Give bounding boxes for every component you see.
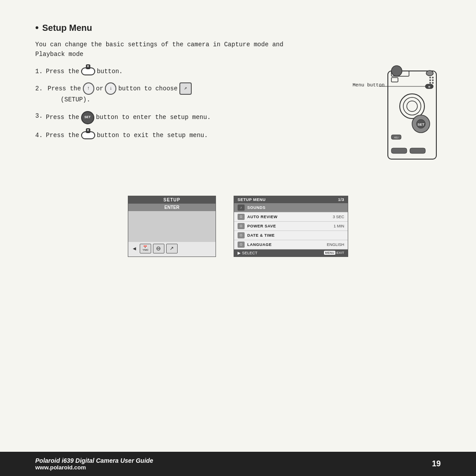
- step-3-text-after: button to enter the setup menu.: [96, 112, 211, 122]
- dlg-header: SETUP: [128, 196, 216, 204]
- instructions: 1. Press the button. 2. Press the ↑ or ↓…: [35, 67, 344, 146]
- down-arrow-icon: ↓: [105, 82, 116, 95]
- select-label: SELECT: [242, 251, 257, 255]
- step-2: 2. Press the ↑ or ↓ button to choose ↗ (…: [35, 82, 344, 104]
- dr-header-left: SETUP MENU: [238, 197, 266, 202]
- dlg-enter: ENTER: [128, 204, 216, 211]
- dr-footer-select: ▶ SELECT: [238, 251, 257, 255]
- select-arrow: ▶: [238, 251, 241, 255]
- setup-choice-icon: ↗: [179, 82, 192, 95]
- svg-point-21: [391, 66, 402, 76]
- bullet: •: [35, 22, 39, 33]
- svg-point-8: [429, 77, 431, 78]
- dr-label-sounds: SOUNDS: [247, 205, 344, 210]
- dlg-footer: ◄ 📅YMD ⊖ ↗: [128, 242, 216, 255]
- dr-label-auto-review: AUTO REVIEW: [247, 215, 330, 219]
- diagram-left: SETUP ENTER ◄ 📅YMD ⊖ ↗: [128, 196, 216, 257]
- content-row: 1. Press the button. 2. Press the ↑ or ↓…: [35, 67, 441, 182]
- dr-icon-language: ⊡: [238, 242, 245, 248]
- svg-point-11: [432, 79, 434, 81]
- dr-icon-sounds: ♪: [238, 205, 245, 211]
- dlg-body: [128, 211, 216, 242]
- menu-label-footer: MENU: [324, 251, 336, 255]
- svg-point-10: [429, 79, 431, 81]
- dr-icon-power-save: ⊡: [238, 223, 245, 229]
- dr-row-auto-review: ⊡ AUTO REVIEW 3 SEC: [234, 212, 348, 222]
- svg-rect-5: [391, 78, 398, 82]
- svg-rect-19: [391, 148, 407, 153]
- step-4-text-before: Press the: [46, 130, 79, 140]
- step-2-sub: (SETUP).: [46, 95, 90, 104]
- footer-icon-setup: ↗: [166, 244, 178, 253]
- desc-line1: You can change the basic settings of the…: [35, 41, 283, 48]
- step-2-num: 2.: [35, 84, 46, 93]
- step-3-num: 3.: [35, 111, 46, 121]
- section-title: • Setup Menu: [35, 22, 441, 33]
- dr-row-sounds: ♪ SOUNDS: [234, 203, 348, 212]
- step-2-or: or: [96, 84, 104, 93]
- footer-arrow: ◄: [132, 245, 137, 252]
- camera-illustration: M SET ADJ: [353, 62, 441, 182]
- step-4: 4. Press the button to exit the setup me…: [35, 130, 344, 140]
- dr-icon-date-time: ⊡: [238, 232, 245, 238]
- desc-line2: Playback mode: [35, 51, 83, 58]
- step-3-text-before: Press the: [46, 112, 79, 122]
- step-3: 3. Press the SET button to enter the set…: [35, 111, 344, 124]
- step-1-text-before: Press the: [46, 67, 79, 76]
- dr-header: SETUP MENU 1/3: [234, 196, 348, 203]
- svg-rect-20: [410, 148, 425, 153]
- diagrams-row: SETUP ENTER ◄ 📅YMD ⊖ ↗ SETUP MENU 1/3: [35, 196, 441, 257]
- dr-value-auto-review: 3 SEC: [333, 215, 344, 219]
- dr-label-language: LANGUAGE: [247, 242, 324, 247]
- dr-label-date-time: DATE & TIME: [247, 233, 344, 238]
- svg-point-3: [403, 97, 421, 115]
- step-2-text-before: Press the: [48, 84, 81, 93]
- title-text: Setup Menu: [42, 23, 92, 33]
- dr-row-language: ⊡ LANGUAGE ENGLISH: [234, 240, 348, 249]
- dr-value-power-save: 1 MIN: [334, 224, 344, 228]
- menu-button-icon-4: [81, 131, 95, 139]
- page: • Setup Menu You can change the basic se…: [0, 0, 476, 476]
- svg-text:M: M: [428, 86, 430, 88]
- menu-button-icon-1: [81, 67, 95, 75]
- svg-point-13: [432, 82, 434, 84]
- svg-text:SET: SET: [417, 123, 424, 126]
- step-4-content: Press the button to exit the setup menu.: [46, 130, 208, 140]
- footer-title: Polaroid i639 Digital Camera User Guide: [35, 457, 153, 464]
- description: You can change the basic settings of the…: [35, 40, 335, 60]
- diagram-right: SETUP MENU 1/3 ♪ SOUNDS ⊡ AUTO REVIEW 3 …: [234, 196, 348, 257]
- footer-page-num: 19: [432, 459, 441, 469]
- step-3-content: Press the SET button to enter the setup …: [46, 111, 211, 124]
- footer-icon-circle: ⊖: [153, 244, 164, 253]
- exit-label: EXIT: [336, 251, 344, 255]
- camera-label: Menu button: [353, 82, 385, 88]
- svg-text:ADJ: ADJ: [394, 136, 398, 139]
- footer-icons: 📅YMD ⊖ ↗: [140, 244, 178, 253]
- page-footer: Polaroid i639 Digital Camera User Guide …: [0, 452, 476, 476]
- footer-left-block: Polaroid i639 Digital Camera User Guide …: [35, 457, 153, 471]
- footer-icon-ymd: 📅YMD: [140, 244, 151, 253]
- step-4-num: 4.: [35, 130, 46, 140]
- svg-point-9: [432, 77, 434, 78]
- step-4-text-after: button to exit the setup menu.: [97, 130, 208, 140]
- svg-point-12: [429, 82, 431, 84]
- dr-icon-auto-review: ⊡: [238, 214, 245, 220]
- step-1-text-after: button.: [97, 67, 123, 76]
- dr-header-right: 1/3: [338, 197, 344, 202]
- dr-footer-exit: MENU EXIT: [324, 251, 344, 255]
- dr-row-power-save: ⊡ POWER SAVE 1 MIN: [234, 222, 348, 231]
- step-2-text-middle: button to choose: [118, 84, 177, 93]
- dr-label-power-save: POWER SAVE: [247, 224, 331, 228]
- step-1: 1. Press the button.: [35, 67, 344, 76]
- dr-row-date-time: ⊡ DATE & TIME: [234, 231, 348, 240]
- footer-url: www.polaroid.com: [35, 464, 153, 471]
- svg-point-22: [426, 71, 433, 76]
- up-arrow-icon: ↑: [83, 82, 94, 95]
- set-button-icon: SET: [81, 111, 94, 124]
- step-1-num: 1.: [35, 67, 46, 76]
- svg-point-4: [407, 101, 417, 112]
- camera-svg: M SET ADJ: [353, 62, 441, 181]
- step-1-content: Press the button.: [46, 67, 123, 76]
- dr-value-language: ENGLISH: [327, 242, 344, 247]
- dr-footer: ▶ SELECT MENU EXIT: [234, 249, 348, 257]
